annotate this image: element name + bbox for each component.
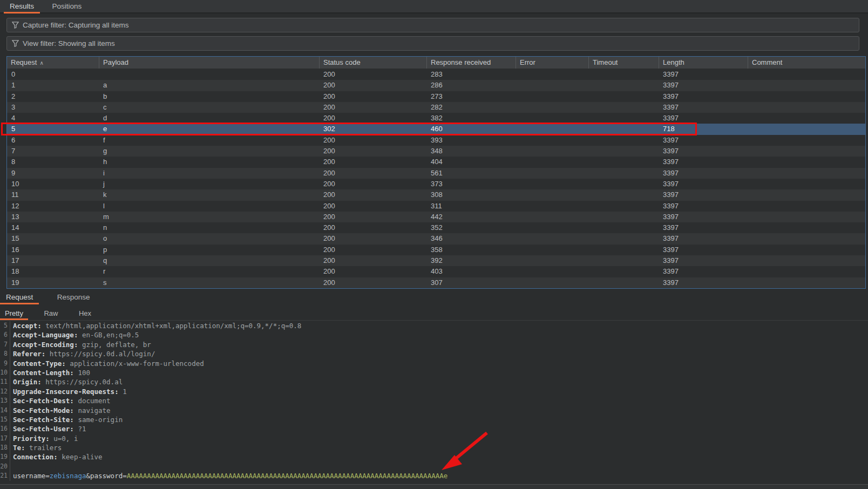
capture-filter-bar[interactable]: Capture filter: Capturing all items (6, 18, 859, 32)
column-header-timeout[interactable]: Timeout (588, 57, 659, 69)
cell-received: 308 (426, 189, 516, 200)
cell-comment (748, 102, 865, 113)
line-text: Sec-Fetch-Mode: navigate (10, 406, 868, 415)
cell-request: 14 (7, 222, 99, 233)
table-row[interactable]: 18r2004033397 (7, 266, 865, 277)
cell-received: 403 (426, 266, 516, 277)
table-row[interactable]: 3c2002823397 (7, 102, 865, 113)
cell-timeout (588, 91, 659, 102)
cell-comment (748, 146, 865, 157)
cell-request: 6 (7, 135, 99, 146)
header-value: u=0, i (50, 434, 78, 443)
cell-comment (748, 266, 865, 277)
table-row[interactable]: 10j2003733397 (7, 179, 865, 189)
cell-received: 358 (426, 244, 516, 255)
column-header-payload[interactable]: Payload (99, 57, 319, 69)
table-row[interactable]: 8h2004043397 (7, 157, 865, 167)
tab-response[interactable]: Response (51, 290, 96, 304)
cell-status: 200 (319, 69, 426, 80)
table-row[interactable]: 5e302460718 (7, 124, 865, 134)
table-row[interactable]: 13m2004423397 (7, 212, 865, 222)
table-row[interactable]: 7g2003483397 (7, 146, 865, 157)
tab-positions[interactable]: Positions (46, 0, 87, 12)
cell-error (516, 189, 588, 200)
table-row[interactable]: 2b2002733397 (7, 91, 865, 102)
code-line: 13Sec-Fetch-Dest: document (0, 396, 868, 405)
line-text: Accept: text/html,application/xhtml+xml,… (10, 321, 868, 330)
table-row[interactable]: 9i2005613397 (7, 168, 865, 179)
tab-results[interactable]: Results (4, 0, 40, 12)
tab-request[interactable]: Request (0, 290, 39, 304)
cell-status: 200 (319, 233, 426, 244)
code-line: 19Connection: keep-alive (0, 452, 868, 461)
cell-request: 10 (7, 179, 99, 189)
tab-raw[interactable]: Raw (39, 307, 63, 320)
header-name: Sec-Fetch-Dest: (13, 397, 74, 405)
header-name: Sec-Fetch-Mode: (13, 406, 74, 415)
cell-request: 4 (7, 113, 99, 124)
cell-timeout (588, 113, 659, 124)
table-row[interactable]: 11k2003083397 (7, 189, 865, 200)
table-row[interactable]: 6f2003933397 (7, 135, 865, 146)
capture-filter-label: Capture filter: Capturing all items (23, 21, 129, 29)
tab-pretty[interactable]: Pretty (0, 307, 28, 320)
cell-length: 3397 (659, 69, 748, 80)
column-header-error[interactable]: Error (516, 57, 588, 69)
header-value: https://spicy.0d.al/login/ (45, 350, 155, 358)
line-text: Origin: https://spicy.0d.al (10, 377, 868, 386)
column-header-length[interactable]: Length (659, 57, 748, 69)
table-row[interactable]: 4d2003823397 (7, 113, 865, 124)
cell-length: 718 (659, 124, 748, 134)
header-name: Connection: (13, 453, 58, 461)
cell-length: 3397 (659, 233, 748, 244)
cell-error (516, 233, 588, 244)
cell-comment (748, 113, 865, 124)
cell-received: 352 (426, 222, 516, 233)
cell-request: 8 (7, 157, 99, 167)
table-row[interactable]: 15o2003463397 (7, 233, 865, 244)
table-row[interactable]: 02002833397 (7, 69, 865, 80)
code-line: 6Accept-Language: en-GB,en;q=0.5 (0, 330, 868, 339)
cell-length: 3397 (659, 212, 748, 222)
header-value: navigate (74, 406, 111, 415)
table-row[interactable]: 14n2003523397 (7, 222, 865, 233)
cell-timeout (588, 255, 659, 266)
column-header-comment[interactable]: Comment (748, 57, 865, 69)
editor-view-tabbar: Pretty Raw Hex (0, 307, 868, 321)
tab-hex[interactable]: Hex (74, 307, 96, 320)
column-header-response-received[interactable]: Response received (426, 57, 516, 69)
cell-error (516, 124, 588, 134)
table-row[interactable]: 16p2003583397 (7, 244, 865, 255)
cell-error (516, 91, 588, 102)
line-number: 7 (0, 340, 10, 349)
cell-request: 15 (7, 233, 99, 244)
table-row[interactable]: 17q2003923397 (7, 255, 865, 266)
line-number: 12 (0, 387, 10, 396)
cell-payload: l (99, 201, 319, 212)
cell-request: 19 (7, 277, 99, 288)
request-editor[interactable]: 5Accept: text/html,application/xhtml+xml… (0, 321, 868, 484)
cell-length: 3397 (659, 157, 748, 167)
table-row[interactable]: 1a2002863397 (7, 80, 865, 91)
column-header-request[interactable]: Request∧ (7, 57, 99, 69)
view-filter-bar[interactable]: View filter: Showing all items (6, 36, 859, 51)
table-row[interactable]: 19s2003073397 (7, 277, 865, 288)
cell-request: 12 (7, 201, 99, 212)
message-tabbar: Request Response (0, 290, 868, 305)
line-number: 13 (0, 396, 10, 405)
header-name: Content-Type: (13, 359, 66, 368)
line-text: Upgrade-Insecure-Requests: 1 (10, 387, 868, 396)
cell-status: 200 (319, 222, 426, 233)
line-text: Priority: u=0, i (10, 434, 868, 443)
header-name: Origin: (13, 378, 42, 386)
column-header-status-code[interactable]: Status code (319, 57, 426, 69)
cell-payload: a (99, 80, 319, 91)
header-value: trailers (25, 444, 62, 452)
cell-comment (748, 91, 865, 102)
line-number: 18 (0, 443, 10, 452)
cell-error (516, 102, 588, 113)
table-row[interactable]: 12l2003113397 (7, 201, 865, 212)
cell-length: 3397 (659, 189, 748, 200)
cell-received: 307 (426, 277, 516, 288)
cell-payload (99, 69, 319, 80)
